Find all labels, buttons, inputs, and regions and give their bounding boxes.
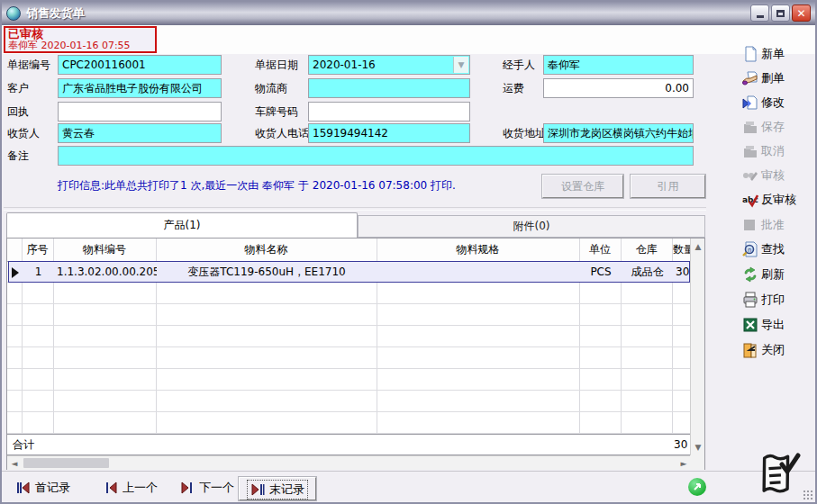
table-header: 序号 物料编号 物料名称 物料规格 单位 仓库 数量 bbox=[7, 238, 704, 262]
scrollbar-thumb[interactable] bbox=[23, 458, 109, 468]
customer-label: 客户 bbox=[7, 78, 29, 98]
sync-status-icon[interactable] bbox=[688, 478, 706, 496]
scroll-up-icon[interactable]: ▲ bbox=[691, 240, 705, 253]
last-record-button[interactable]: 末记录 bbox=[239, 477, 316, 500]
sidebar-item-approve[interactable]: 批准 bbox=[742, 214, 785, 236]
sidebar-item-unaudit[interactable]: abc 反审核 bbox=[742, 189, 796, 211]
table-row[interactable]: 1 1.1.3.02.00.00.205S 变压器TC119-650uH，EE1… bbox=[8, 261, 690, 283]
sidebar-item-close[interactable]: 关闭 bbox=[742, 339, 785, 361]
receiver-phone-field[interactable]: 15919494142 bbox=[308, 123, 470, 143]
modify-arrow-icon bbox=[742, 94, 758, 111]
resize-grip[interactable] bbox=[803, 490, 813, 500]
sidebar-item-save[interactable]: 保存 bbox=[742, 116, 785, 138]
horizontal-scrollbar[interactable]: ◄ ► bbox=[7, 455, 691, 470]
close-door-icon bbox=[742, 342, 758, 358]
tab-products[interactable]: 产品(1) bbox=[6, 212, 358, 238]
receiver-label: 收货人 bbox=[7, 123, 40, 143]
totals-row: 合计 30 bbox=[7, 434, 691, 455]
close-button[interactable]: ✕ bbox=[792, 4, 811, 22]
order-no-field[interactable]: CPC200116001 bbox=[58, 55, 222, 75]
title-bar[interactable]: 销售发货单 ✕ bbox=[2, 2, 815, 26]
col-unit[interactable]: 单位 bbox=[579, 238, 621, 260]
col-spec[interactable]: 物料规格 bbox=[377, 238, 579, 260]
delivery-address-label: 收货地址 bbox=[503, 123, 546, 143]
col-code[interactable]: 物料编号 bbox=[53, 238, 156, 260]
cell-no[interactable]: 1 bbox=[23, 262, 54, 282]
customer-field[interactable]: 广东省品胜电子股份有限公司 bbox=[58, 78, 222, 98]
cell-unit[interactable]: PCS bbox=[580, 262, 622, 282]
freight-label: 运费 bbox=[503, 78, 524, 98]
col-qty[interactable]: 数量 bbox=[673, 238, 691, 260]
delete-hand-icon bbox=[742, 70, 758, 86]
cell-qty[interactable]: 30 bbox=[676, 262, 691, 282]
sidebar-item-modify[interactable]: 修改 bbox=[742, 92, 785, 113]
sidebar-item-new[interactable]: 新单 bbox=[742, 43, 785, 65]
sidebar-item-find[interactable]: n 查找 bbox=[742, 238, 785, 260]
scroll-right-icon[interactable]: ► bbox=[676, 457, 691, 470]
quote-button[interactable]: 引用 bbox=[631, 175, 705, 198]
prev-record-button[interactable]: 上一个 bbox=[104, 477, 158, 499]
sidebar-item-refresh[interactable]: 刷新 bbox=[742, 264, 785, 285]
prev-record-icon bbox=[104, 482, 118, 494]
divider bbox=[4, 207, 706, 211]
print-info: 打印信息:此单总共打印了1 次,最近一次由 奉仰军 于 2020-01-16 0… bbox=[58, 178, 456, 194]
sidebar-item-delete[interactable]: 删单 bbox=[742, 68, 785, 89]
receiver-phone-label: 收货人电话 bbox=[255, 123, 309, 143]
plate-no-field[interactable] bbox=[308, 102, 470, 122]
scroll-down-icon[interactable]: ▼ bbox=[691, 441, 705, 454]
handler-label: 经手人 bbox=[503, 55, 535, 75]
minimize-button[interactable] bbox=[750, 4, 769, 22]
cell-spec[interactable] bbox=[377, 262, 579, 282]
window-title: 销售发货单 bbox=[26, 5, 85, 22]
last-record-icon bbox=[250, 483, 265, 496]
receiver-field[interactable]: 黄云春 bbox=[58, 123, 222, 143]
cancel-icon bbox=[742, 143, 758, 159]
remark-field[interactable] bbox=[58, 146, 694, 166]
sidebar-item-export[interactable]: 导出 bbox=[742, 314, 785, 336]
cell-code[interactable]: 1.1.3.02.00.00.205S bbox=[57, 262, 157, 282]
col-no[interactable]: 序号 bbox=[22, 238, 53, 260]
audit-stamp: 已审核 奉仰军 2020-01-16 07:55 bbox=[4, 26, 157, 53]
handler-field[interactable]: 奉仰军 bbox=[543, 55, 694, 75]
sidebar-item-print[interactable]: 打印 bbox=[742, 289, 785, 310]
totals-qty: 30 bbox=[674, 435, 689, 454]
vertical-scrollbar[interactable]: ▲ ▼ bbox=[690, 238, 704, 455]
col-name[interactable]: 物料名称 bbox=[156, 238, 377, 260]
maximize-button[interactable] bbox=[771, 4, 790, 22]
app-globe-icon bbox=[6, 6, 21, 21]
logistics-label: 物流商 bbox=[255, 78, 287, 98]
search-icon: n bbox=[742, 241, 758, 257]
order-date-field[interactable]: 2020-01-16 ▼ bbox=[308, 55, 470, 75]
date-dropdown-icon[interactable]: ▼ bbox=[453, 57, 468, 73]
svg-text:n: n bbox=[748, 247, 751, 254]
delivery-address-field[interactable]: 深圳市龙岗区横岗镇六约牛始埔 bbox=[543, 123, 694, 143]
scrollbar-corner bbox=[690, 455, 704, 470]
first-record-button[interactable]: 首记录 bbox=[16, 477, 70, 499]
approved-document-icon bbox=[755, 452, 802, 501]
logistics-field[interactable] bbox=[308, 78, 470, 98]
freight-field[interactable]: 0.00 bbox=[543, 78, 694, 98]
table-body: 1 1.1.3.02.00.00.205S 变压器TC119-650uH，EE1… bbox=[7, 261, 691, 455]
plate-no-label: 车牌号码 bbox=[255, 102, 298, 122]
order-date-label: 单据日期 bbox=[255, 55, 298, 75]
printer-icon bbox=[742, 292, 758, 308]
new-document-icon bbox=[742, 46, 758, 62]
set-warehouse-button[interactable]: 设置仓库 bbox=[542, 175, 623, 198]
tab-attachments[interactable]: 附件(0) bbox=[358, 215, 705, 238]
scroll-left-icon[interactable]: ◄ bbox=[7, 457, 22, 470]
order-no-label: 单据编号 bbox=[7, 55, 50, 75]
receipt-label: 回执 bbox=[7, 102, 29, 122]
cell-warehouse[interactable]: 成品仓 bbox=[622, 262, 673, 282]
audit-status: 已审核 bbox=[8, 28, 152, 40]
unaudit-check-icon: abc bbox=[742, 192, 758, 208]
sidebar-item-cancel[interactable]: 取消 bbox=[742, 140, 785, 162]
save-icon bbox=[742, 119, 758, 135]
audit-detail: 奉仰军 2020-01-16 07:55 bbox=[8, 40, 152, 51]
receipt-field[interactable] bbox=[58, 102, 222, 122]
sidebar-item-audit[interactable]: 审核 bbox=[742, 165, 785, 186]
cell-name[interactable]: 变压器TC119-650uH，EE1710 bbox=[157, 262, 377, 282]
col-warehouse[interactable]: 仓库 bbox=[621, 238, 672, 260]
next-record-button[interactable]: 下一个 bbox=[180, 477, 234, 499]
refresh-icon bbox=[742, 266, 758, 283]
totals-label: 合计 bbox=[13, 435, 52, 454]
